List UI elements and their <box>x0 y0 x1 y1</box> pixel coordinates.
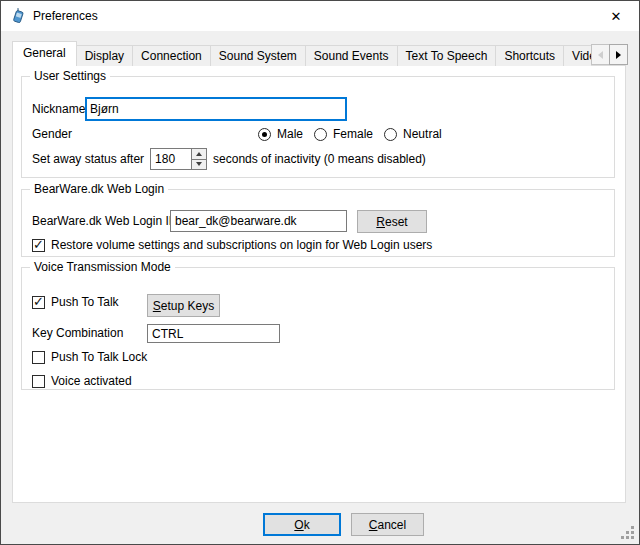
spin-up-button[interactable] <box>192 149 206 160</box>
tab-scroll-buttons <box>591 44 628 65</box>
nickname-label: Nickname <box>32 102 85 116</box>
gender-radio-neutral-label: Neutral <box>403 127 442 141</box>
push-to-talk-lock-checkbox-label: Push To Talk Lock <box>51 350 147 364</box>
checkbox-icon <box>32 239 45 252</box>
spinner-buttons <box>191 149 206 169</box>
resize-grip[interactable] <box>621 526 635 540</box>
tab-scroll-right-icon <box>616 51 621 59</box>
close-button[interactable]: ✕ <box>593 1 639 31</box>
tab-connection[interactable]: Connection <box>132 45 211 66</box>
gender-radio-group: Male Female Neutral <box>258 127 442 141</box>
tab-sound-events[interactable]: Sound Events <box>305 45 398 66</box>
voice-transmission-group: Voice Transmission Mode Push To Talk Set… <box>21 267 615 390</box>
checkbox-icon <box>32 296 45 309</box>
radio-icon <box>314 128 327 141</box>
spin-down-button[interactable] <box>192 160 206 170</box>
tab-video[interactable]: Video <box>563 45 591 66</box>
reset-button[interactable]: Reset <box>357 210 427 233</box>
tab-general[interactable]: General <box>12 41 77 66</box>
setup-keys-button[interactable]: Setup Keys <box>147 294 220 317</box>
gender-radio-female[interactable]: Female <box>314 127 373 141</box>
tab-bar: General Display Connection Sound System … <box>12 41 591 66</box>
tab-scroll-left-button[interactable] <box>591 44 610 65</box>
radio-icon <box>384 128 397 141</box>
checkbox-icon <box>32 351 45 364</box>
user-settings-group-title: User Settings <box>30 69 110 84</box>
window-title: Preferences <box>33 1 98 31</box>
away-seconds-spinner[interactable]: 180 <box>150 148 207 170</box>
gender-radio-male[interactable]: Male <box>258 127 303 141</box>
ok-button[interactable]: Ok <box>263 513 341 536</box>
gender-label: Gender <box>32 127 72 141</box>
gender-radio-male-label: Male <box>277 127 303 141</box>
close-icon: ✕ <box>611 9 622 24</box>
tab-content-pane: User Settings Nickname Gender Male Femal… <box>12 65 626 503</box>
away-seconds-value: 180 <box>151 149 191 169</box>
web-login-id-input[interactable] <box>170 210 347 232</box>
spin-up-icon <box>196 152 202 156</box>
gender-radio-neutral[interactable]: Neutral <box>384 127 442 141</box>
voice-activated-checkbox-label: Voice activated <box>51 374 132 388</box>
checkbox-icon <box>32 375 45 388</box>
key-combination-input[interactable] <box>147 324 280 343</box>
push-to-talk-checkbox-label: Push To Talk <box>51 295 119 309</box>
titlebar[interactable]: Preferences ✕ <box>1 1 639 31</box>
web-login-id-label: BearWare.dk Web Login ID <box>32 214 177 228</box>
nickname-input[interactable] <box>85 97 347 121</box>
preferences-dialog: Preferences ✕ General Display Connection… <box>0 0 640 545</box>
web-login-group-title: BearWare.dk Web Login <box>30 182 168 197</box>
radio-icon <box>258 128 271 141</box>
push-to-talk-checkbox[interactable]: Push To Talk <box>32 295 119 309</box>
away-status-prefix-label: Set away status after <box>32 152 144 166</box>
spin-down-icon <box>196 162 202 166</box>
voice-transmission-group-title: Voice Transmission Mode <box>30 260 175 275</box>
tab-sound-system[interactable]: Sound System <box>210 45 306 66</box>
restore-volume-checkbox-label: Restore volume settings and subscription… <box>51 238 432 252</box>
voice-activated-checkbox[interactable]: Voice activated <box>32 374 132 388</box>
tab-shortcuts[interactable]: Shortcuts <box>495 45 564 66</box>
push-to-talk-lock-checkbox[interactable]: Push To Talk Lock <box>32 350 147 364</box>
away-status-suffix-label: seconds of inactivity (0 means disabled) <box>213 152 426 166</box>
tab-scroll-left-icon <box>598 51 603 59</box>
tab-display[interactable]: Display <box>76 45 133 66</box>
tab-text-to-speech[interactable]: Text To Speech <box>397 45 497 66</box>
restore-volume-checkbox[interactable]: Restore volume settings and subscription… <box>32 238 432 252</box>
web-login-group: BearWare.dk Web Login BearWare.dk Web Lo… <box>21 189 615 257</box>
away-status-row: Set away status after 180 seconds of ina… <box>32 148 426 170</box>
user-settings-group: User Settings Nickname Gender Male Femal… <box>21 76 615 178</box>
cancel-button[interactable]: Cancel <box>351 513 424 536</box>
teamtalk-app-icon <box>10 8 26 24</box>
tab-scroll-right-button[interactable] <box>609 44 628 65</box>
key-combination-label: Key Combination <box>32 326 123 340</box>
gender-radio-female-label: Female <box>333 127 373 141</box>
